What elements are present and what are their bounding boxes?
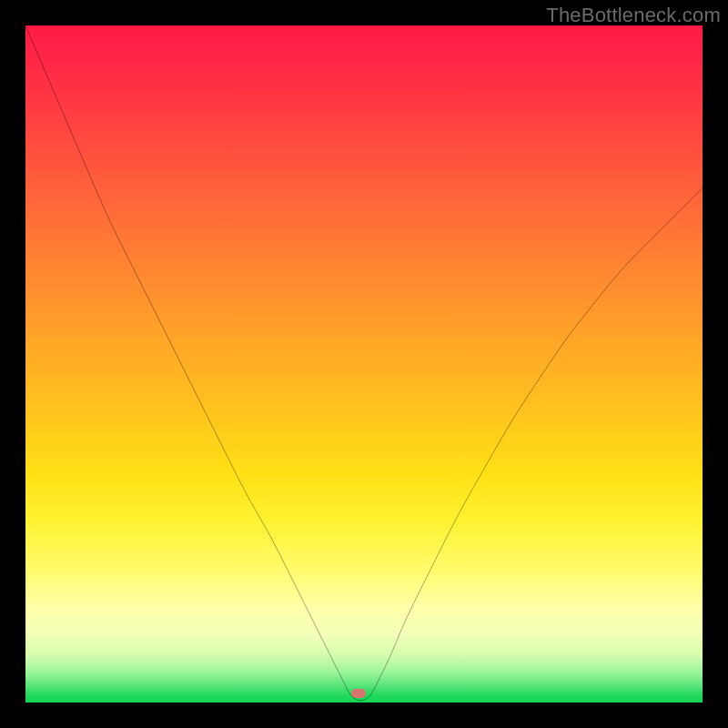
optimum-marker — [351, 689, 366, 698]
chart-frame: TheBottleneck.com — [0, 0, 728, 728]
watermark-text: TheBottleneck.com — [546, 4, 721, 27]
curve-path — [25, 25, 703, 701]
bottleneck-curve — [25, 25, 703, 703]
plot-area — [25, 25, 703, 703]
